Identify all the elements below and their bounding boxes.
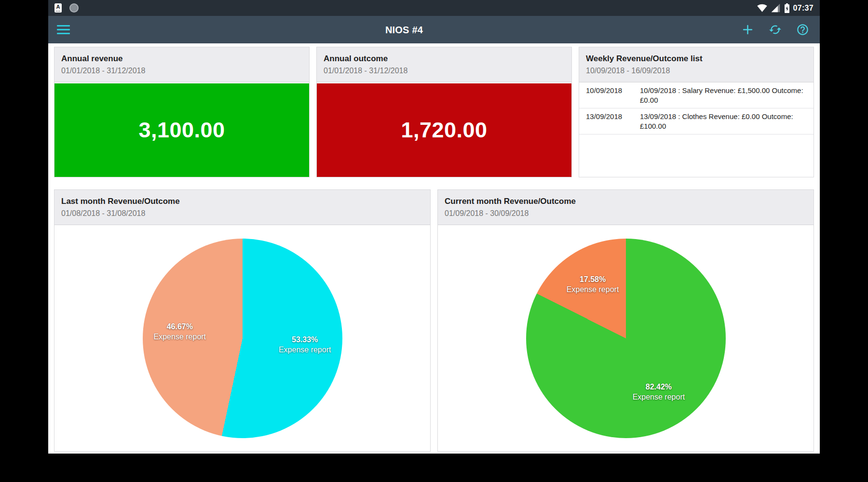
cell-signal-icon <box>771 3 781 13</box>
pie-slice-percent: 82.42% <box>633 382 685 392</box>
status-bar-left: A <box>54 3 79 13</box>
pie-slice-label: 53.33%Expense report <box>279 335 331 355</box>
card-header: Annual outcome 01/01/2018 - 31/12/2018 <box>317 47 571 82</box>
weekly-list-card: Weekly Revenue/Outcome list 10/09/2018 -… <box>579 47 814 177</box>
card-title: Weekly Revenue/Outcome list <box>586 54 807 64</box>
annual-revenue-value-block: 3,100.00 <box>54 83 309 177</box>
chart-area: 82.42%Expense report17.58%Expense report <box>438 225 814 451</box>
add-icon[interactable] <box>741 23 754 36</box>
row-description: 13/09/2018 : Clothes Revenue: £0.00 Outc… <box>640 112 814 131</box>
pie-slice-label: 17.58%Expense report <box>567 274 619 295</box>
android-nav-bar <box>0 454 868 482</box>
annual-revenue-value: 3,100.00 <box>138 118 225 143</box>
current-month-chart-card: Current month Revenue/Outcome 01/09/2018… <box>437 189 814 452</box>
battery-charging-icon <box>784 3 790 13</box>
card-title: Current month Revenue/Outcome <box>445 196 807 206</box>
annual-outcome-card[interactable]: Annual outcome 01/01/2018 - 31/12/2018 1… <box>316 47 572 177</box>
pie-slice-name: Expense report <box>633 392 685 402</box>
clock: 07:37 <box>793 4 814 13</box>
pie-slice-name: Expense report <box>279 345 331 355</box>
row-date: 13/09/2018 <box>586 112 640 131</box>
annual-outcome-value: 1,720.00 <box>401 118 487 143</box>
summary-row: Annual revenue 01/01/2018 - 31/12/2018 3… <box>54 47 814 177</box>
a-app-badge-icon: A <box>54 3 62 13</box>
pie-slice-label: 46.67%Expense report <box>154 321 206 342</box>
weekly-list-row[interactable]: 10/09/2018 10/09/2018 : Salary Revenue: … <box>579 82 814 108</box>
last-month-pie-chart[interactable]: 53.33%Expense report46.67%Expense report <box>143 239 342 438</box>
weekly-list: 10/09/2018 10/09/2018 : Salary Revenue: … <box>579 82 814 177</box>
card-period: 01/09/2018 - 30/09/2018 <box>445 208 807 218</box>
card-header: Last month Revenue/Outcome 01/08/2018 - … <box>54 190 430 225</box>
chart-area: 53.33%Expense report46.67%Expense report <box>54 225 430 451</box>
page-title: NIOS #4 <box>385 24 423 35</box>
toolbar-actions <box>741 23 809 36</box>
card-period: 01/08/2018 - 31/08/2018 <box>61 208 423 218</box>
spinner-icon <box>69 3 79 13</box>
pie-slice-name: Expense report <box>567 284 619 295</box>
current-month-pie-chart[interactable]: 82.42%Expense report17.58%Expense report <box>526 239 726 438</box>
pie-slice-percent: 46.67% <box>154 321 206 332</box>
last-month-chart-card: Last month Revenue/Outcome 01/08/2018 - … <box>54 189 431 452</box>
card-title: Annual outcome <box>324 54 565 64</box>
charts-row: Last month Revenue/Outcome 01/08/2018 - … <box>54 189 814 452</box>
wifi-icon <box>757 3 767 13</box>
refresh-icon[interactable] <box>769 23 782 36</box>
card-period: 10/09/2018 - 16/09/2018 <box>586 66 807 76</box>
card-period: 01/01/2018 - 31/12/2018 <box>61 66 302 76</box>
pie-slice-name: Expense report <box>154 332 206 342</box>
app-toolbar: NIOS #4 <box>48 16 820 43</box>
row-date: 10/09/2018 <box>586 86 640 105</box>
pie-slice-percent: 17.58% <box>567 274 619 284</box>
weekly-list-row[interactable]: 13/09/2018 13/09/2018 : Clothes Revenue:… <box>579 108 814 134</box>
app-screen: A 07:37 NIOS #4 Annual revenue <box>48 0 820 454</box>
card-header: Weekly Revenue/Outcome list 10/09/2018 -… <box>579 47 814 82</box>
menu-icon[interactable] <box>57 25 70 35</box>
dashboard-content: Annual revenue 01/01/2018 - 31/12/2018 3… <box>48 43 820 454</box>
card-header: Current month Revenue/Outcome 01/09/2018… <box>438 190 814 225</box>
card-header: Annual revenue 01/01/2018 - 31/12/2018 <box>54 47 309 82</box>
card-title: Annual revenue <box>61 54 302 64</box>
status-bar-right: 07:37 <box>757 3 814 13</box>
row-description: 10/09/2018 : Salary Revenue: £1,500.00 O… <box>640 86 814 105</box>
pie-slice-label: 82.42%Expense report <box>633 382 685 402</box>
help-icon[interactable] <box>796 23 809 36</box>
pie-slice-percent: 53.33% <box>279 335 331 345</box>
annual-outcome-value-block: 1,720.00 <box>317 83 571 177</box>
card-period: 01/01/2018 - 31/12/2018 <box>324 66 565 76</box>
annual-revenue-card[interactable]: Annual revenue 01/01/2018 - 31/12/2018 3… <box>54 47 310 177</box>
status-bar: A 07:37 <box>48 0 820 16</box>
card-title: Last month Revenue/Outcome <box>61 196 423 206</box>
